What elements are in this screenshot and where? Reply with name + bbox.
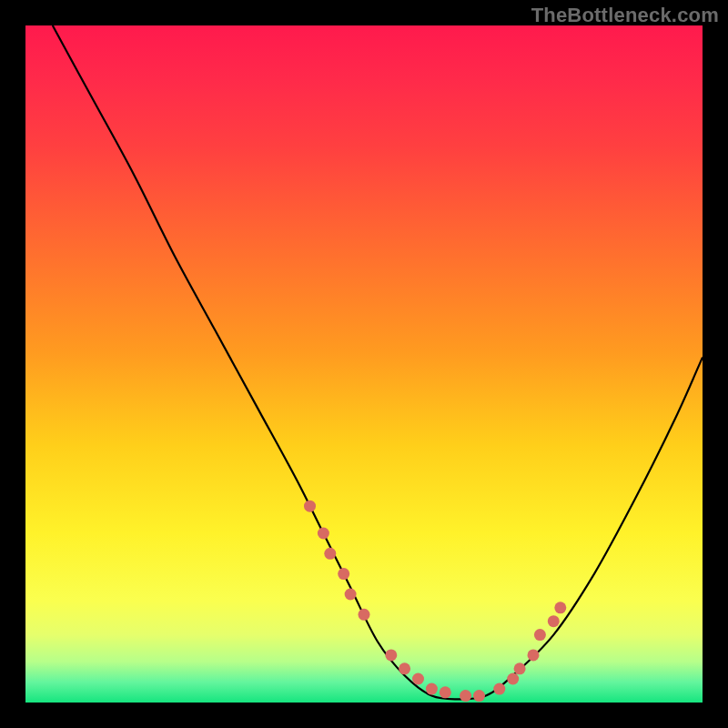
marker-dot [304,500,316,512]
marker-dot [426,683,438,695]
marker-dot [338,568,349,580]
marker-dots-group [304,500,566,702]
marker-dot [345,589,357,601]
marker-dot [412,673,424,685]
marker-dot [318,528,329,540]
marker-dot [385,649,397,661]
marker-dot [507,673,519,685]
marker-dot [399,662,410,674]
marker-dot [473,690,485,702]
marker-dot [460,690,471,702]
marker-dot [548,615,560,627]
bottleneck-curve [53,25,703,699]
marker-dot [324,548,336,560]
marker-dot [514,662,526,674]
marker-dot [554,602,566,613]
marker-dot [493,683,505,695]
marker-dot [440,686,451,698]
watermark-text: TheBottleneck.com [531,4,719,27]
marker-dot [359,609,370,621]
chart-plot-area [25,25,703,703]
chart-frame: TheBottleneck.com [0,0,728,728]
marker-dot [528,649,540,661]
marker-dot [534,629,546,641]
chart-svg [25,25,703,703]
